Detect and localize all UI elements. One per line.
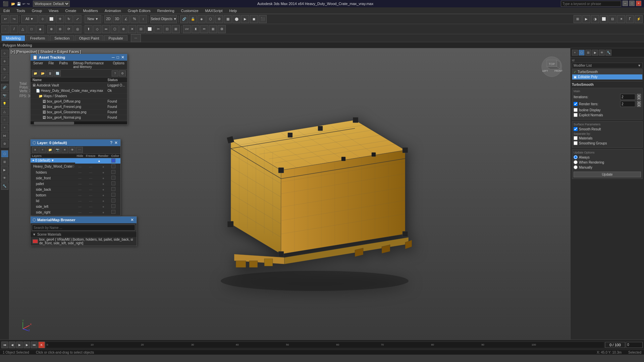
table-row[interactable]: holders --- --- ● <box>31 170 120 175</box>
menu-group[interactable]: Group <box>29 7 46 14</box>
sidebar-btn-rotate[interactable]: ↻ <box>1 66 8 73</box>
tb2-constraints[interactable]: ⊠ <box>209 25 217 33</box>
at-scroll-thumb[interactable] <box>34 122 74 124</box>
sidebar-btn-modify[interactable]: ⬡ <box>1 150 8 158</box>
at-menu-paths[interactable]: Paths <box>57 61 71 69</box>
at-menu-file[interactable]: File <box>46 61 56 69</box>
layer-btn-camera[interactable]: 📷 <box>54 147 61 153</box>
tb-misc5[interactable]: ▶ <box>241 15 249 23</box>
sidebar-btn-display[interactable]: 👁 <box>1 174 8 182</box>
lp-cell-render[interactable]: ● <box>97 187 110 192</box>
layer-color-swatch[interactable] <box>111 193 115 197</box>
lp-cell-color[interactable] <box>110 192 121 198</box>
table-row[interactable]: Heavy_Duty_Wood_Crate □ --- --- ● <box>31 164 120 170</box>
tb-snap2d[interactable]: 2D <box>104 15 112 23</box>
tl-next-btn[interactable]: ▶ <box>23 342 30 348</box>
render-iters-spinner[interactable]: ▲ ▼ <box>637 101 641 107</box>
lp-cell-render[interactable]: ● <box>97 181 110 187</box>
smoothing-checkbox[interactable] <box>574 141 578 145</box>
lp-cell-render[interactable]: ● <box>97 170 110 175</box>
lp-cell-freeze[interactable]: --- <box>85 181 97 187</box>
at-btn-refresh[interactable]: 🔄 <box>54 70 61 76</box>
tb-misc6[interactable]: ◼ <box>250 15 258 23</box>
at-close[interactable]: ✕ <box>120 55 125 60</box>
mode-extra-btn[interactable]: ··· <box>131 34 141 42</box>
iterations-down[interactable]: ▼ <box>637 97 641 100</box>
tb2-ring[interactable]: ◎ <box>73 25 82 33</box>
iterations-input[interactable] <box>620 94 635 100</box>
tab-modeling[interactable]: Modeling <box>1 35 25 41</box>
rp-tab-create[interactable]: + <box>572 50 578 56</box>
layer-color-swatch[interactable] <box>111 187 115 191</box>
table-row[interactable]: lid --- --- ● <box>31 198 120 204</box>
lp-cell-freeze[interactable]: --- <box>85 175 97 181</box>
layer-color-swatch[interactable] <box>111 159 115 163</box>
tb-view-dropdown[interactable]: New ▼ <box>85 15 101 23</box>
rp-tab-hierarchy[interactable]: ⊞ <box>585 50 591 56</box>
table-row[interactable]: side_front --- --- ● <box>31 175 120 181</box>
modifier-list-header[interactable]: Modifier List ▼ <box>572 63 643 68</box>
tb-snap[interactable]: 3D <box>113 15 121 23</box>
tl-end-btn[interactable]: ⏭ <box>31 342 38 348</box>
tl-prev-btn[interactable]: ◀ <box>9 342 15 348</box>
tb-render-frame[interactable]: ▶ <box>582 15 590 23</box>
tb2-weld[interactable]: ⬡ <box>111 25 119 33</box>
lp-cell-freeze[interactable]: --- <box>85 164 97 170</box>
tb2-element[interactable]: ◈ <box>36 25 44 33</box>
update-button[interactable]: Update <box>574 172 641 177</box>
tb2-sel-grow[interactable]: ⊕ <box>47 25 55 33</box>
table-row[interactable]: side_left --- --- ● <box>31 204 120 209</box>
lp-cell-color[interactable] <box>110 181 121 187</box>
tb-percent[interactable]: % <box>130 15 139 23</box>
material-search-input[interactable] <box>32 225 135 231</box>
asset-tracking-titlebar[interactable]: 📋 Asset Tracking ─ □ ✕ <box>31 54 127 61</box>
tb-render-region[interactable]: ⬜ <box>600 15 608 23</box>
tb-render-setup[interactable]: ⊞ <box>574 15 582 23</box>
sidebar-btn-system[interactable]: ⚙ <box>1 140 8 147</box>
layer-color-swatch[interactable] <box>111 210 115 214</box>
tb2-paint-connect[interactable]: ✏ <box>200 25 208 33</box>
tb-misc4[interactable]: ⬤ <box>232 15 240 23</box>
lp-cell-render[interactable]: ● <box>97 192 110 198</box>
at-btn-add[interactable]: 📂 <box>39 70 46 76</box>
menu-edit[interactable]: Edit <box>0 7 13 14</box>
at-menu-options[interactable]: Options <box>110 61 127 69</box>
tb-editname[interactable]: Select Objects ▼ <box>150 15 177 23</box>
lp-cell-hide[interactable]: --- <box>75 209 85 215</box>
render-iters-input[interactable] <box>620 101 635 107</box>
at-h-scrollbar[interactable] <box>31 121 127 124</box>
lp-cell-render[interactable]: ● <box>97 158 110 164</box>
frame-input[interactable] <box>626 342 643 348</box>
lp-cell-hide[interactable]: --- <box>75 204 85 209</box>
menu-modifiers[interactable]: Modifiers <box>79 7 101 14</box>
table-row[interactable]: 🖼 box_geo4_Normal.png Found <box>31 115 127 120</box>
workspace-dropdown[interactable]: Workspace: Default <box>33 1 70 7</box>
at-menu-bitmap[interactable]: Bitmap Performance and Memory <box>70 61 110 69</box>
lp-cell-freeze[interactable]: --- <box>85 192 97 198</box>
lp-cell-freeze[interactable]: --- <box>85 170 97 175</box>
modifier-checkbox[interactable]: ✓ <box>574 70 576 74</box>
rp-tab-modify[interactable]: ⬡ <box>579 50 585 56</box>
tl-play-btn[interactable]: ▶ <box>16 342 23 348</box>
tb-link[interactable]: 🔗 <box>180 15 188 23</box>
tab-populate[interactable]: Populate <box>104 35 127 41</box>
lp-cell-color[interactable] <box>110 198 121 204</box>
iterations-up[interactable]: ▲ <box>637 94 641 97</box>
sidebar-btn-shape[interactable]: ○ <box>1 116 8 123</box>
layer-btn-vis[interactable]: 👁 <box>69 147 75 153</box>
lp-cell-render[interactable]: ● <box>97 204 110 209</box>
manually-radio[interactable] <box>574 165 578 169</box>
tb-unlink[interactable]: 🔓 <box>189 15 197 23</box>
timeline-track[interactable]: 0 10 20 30 40 50 60 70 80 90 100 <box>46 342 604 348</box>
lp-cell-hide[interactable]: --- <box>75 181 85 187</box>
sidebar-btn-link[interactable]: 🔗 <box>1 84 8 91</box>
sidebar-btn-helper[interactable]: + <box>1 124 8 131</box>
tab-object-paint[interactable]: Object Paint <box>75 35 104 41</box>
lp-cell-hide[interactable]: --- <box>75 198 85 204</box>
at-btn-folder[interactable]: 📁 <box>32 70 39 76</box>
layer-color-swatch[interactable] <box>111 170 115 174</box>
layer-btn-more[interactable]: ⋯ <box>76 147 83 153</box>
tb2-remove[interactable]: ✕ <box>128 25 136 33</box>
table-row[interactable]: pallet --- --- ● <box>31 181 120 187</box>
minimize-button[interactable]: ─ <box>623 1 628 6</box>
